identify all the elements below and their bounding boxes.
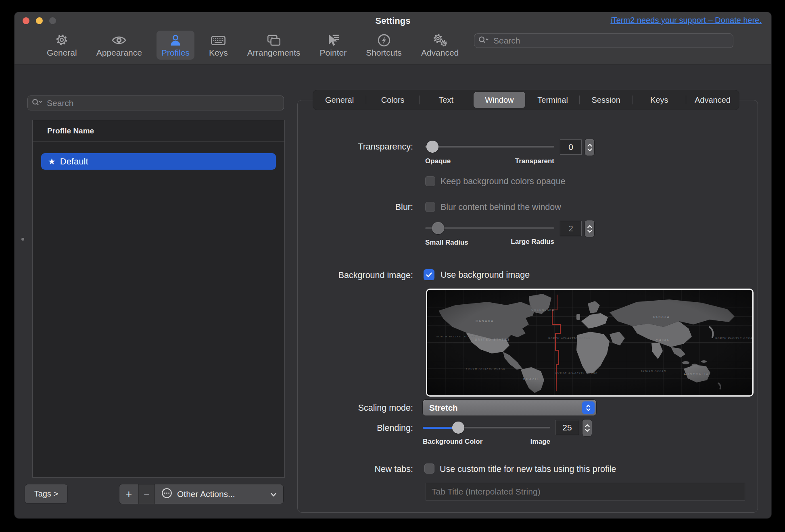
scaling-mode-value: Stretch [429,403,458,413]
tab-advanced[interactable]: Advanced [687,92,738,108]
blending-min-label: Background Color [423,438,482,446]
person-icon [169,33,182,47]
tab-session[interactable]: Session [580,92,632,108]
popup-chevrons-icon [582,401,595,414]
bolt-icon [377,33,391,47]
tab-text[interactable]: Text [420,92,472,108]
chevron-down-icon [587,230,593,233]
ellipsis-circle-icon [161,488,172,501]
background-image-preview[interactable]: CANADA UNITED STATES GREENLAND RUSSIA CH… [426,289,754,397]
blur-checkbox-label: Blur content behind the window [441,202,561,212]
custom-tab-title-label: Use custom title for new tabs using this… [440,464,616,474]
chevron-down-icon [585,429,590,432]
profile-name-column-header[interactable]: Profile Name [33,120,284,142]
blur-stepper [585,220,594,237]
toolbar-item-shortcuts[interactable]: Shortcuts [361,31,407,60]
toolbar-search [474,33,733,48]
profile-name: Default [60,156,88,167]
titlebar: Settings iTerm2 needs your support – Don… [15,12,771,65]
toolbar-item-keys[interactable]: Keys [204,31,233,60]
transparency-min-label: Opaque [425,157,451,165]
chevron-down-icon [270,489,277,499]
blending-value-field[interactable]: 25 [555,420,579,435]
gears-icon [432,33,448,47]
blur-max-label: Large Radius [510,238,554,246]
toolbar-item-advanced[interactable]: Advanced [416,31,463,60]
transparency-slider[interactable] [425,146,554,148]
custom-tab-title-checkbox[interactable] [424,463,434,474]
other-actions-label: Other Actions... [177,489,235,499]
new-tabs-label: New tabs: [254,464,413,474]
toolbar-search-input[interactable] [493,35,729,46]
add-profile-button[interactable]: + [119,484,139,504]
toolbar-item-label: General [47,48,77,57]
chevron-up-icon [585,424,590,427]
blur-value-field: 2 [560,221,582,236]
blur-min-label: Small Radius [425,239,468,247]
toolbar-item-general[interactable]: General [42,31,82,60]
toolbar-item-arrangements[interactable]: Arrangements [242,31,305,60]
blur-checkbox [425,202,435,212]
transparency-max-label: Transparent [514,157,554,165]
tab-title-field [426,483,745,501]
cursor-icon [326,33,340,47]
blending-stepper[interactable] [582,420,592,436]
tab-colors[interactable]: Colors [367,92,418,108]
blending-label: Blending: [254,423,413,433]
search-icon [478,36,489,46]
other-actions-button[interactable]: Other Actions... [155,484,283,504]
profile-tabs: General Colors Text Window Terminal Sess… [313,90,739,110]
tab-keys[interactable]: Keys [634,92,685,108]
transparency-stepper[interactable] [585,139,594,156]
toolbar-item-appearance[interactable]: Appearance [92,31,147,60]
toolbar-item-label: Profiles [161,48,190,57]
blur-radius-slider [425,227,554,229]
blur-label: Blur: [254,202,413,212]
toolbar-item-label: Shortcuts [366,48,402,57]
profile-actions-group: + − Other Actions... [119,484,283,504]
transparency-label: Transparency: [254,142,413,152]
toolbar-item-label: Keys [209,48,228,57]
tags-button[interactable]: Tags > [25,484,67,503]
splitter-handle[interactable] [21,238,24,241]
windows-icon [266,33,282,47]
transparency-value-field[interactable]: 0 [560,139,582,155]
profile-search-input[interactable] [46,98,280,108]
toolbar: General Appearance [42,31,463,60]
toolbar-item-label: Advanced [421,48,459,57]
tab-title-input[interactable] [431,486,740,497]
screenshot: Settings iTerm2 needs your support – Don… [0,0,785,532]
use-background-image-label: Use background image [441,270,530,280]
search-icon [32,98,43,108]
gear-icon [54,33,69,47]
donate-link[interactable]: iTerm2 needs your support – Donate here. [610,16,762,25]
keep-opaque-label: Keep background colors opaque [441,177,566,187]
profile-list: Profile Name ★ Default [32,120,285,478]
keyboard-icon [210,33,226,47]
settings-window: Settings iTerm2 needs your support – Don… [15,12,771,518]
scaling-mode-popup[interactable]: Stretch [423,400,596,416]
transparency-slider-knob[interactable] [426,141,438,153]
background-image-label: Background image: [254,270,413,281]
toolbar-item-label: Appearance [96,48,142,57]
tab-window[interactable]: Window [474,92,525,108]
world-map-image: CANADA UNITED STATES GREENLAND RUSSIA CH… [427,290,752,395]
blur-radius-slider-knob [432,222,444,234]
checkmark-icon [425,271,433,278]
blending-slider-knob[interactable] [452,422,464,434]
toolbar-item-pointer[interactable]: Pointer [315,31,352,60]
chevron-up-icon [587,143,593,147]
star-icon: ★ [48,157,56,166]
tab-terminal[interactable]: Terminal [527,92,578,108]
tab-general[interactable]: General [314,92,365,108]
profile-search [27,96,284,110]
blending-max-label: Image [526,438,550,446]
keep-opaque-checkbox [425,176,435,186]
toolbar-item-label: Arrangements [247,48,301,57]
toolbar-item-profiles[interactable]: Profiles [157,31,194,60]
chevron-up-icon [587,225,593,228]
scaling-mode-label: Scaling mode: [254,403,413,413]
profile-row-default[interactable]: ★ Default [41,153,276,170]
chevron-down-icon [587,148,593,152]
use-background-image-checkbox[interactable] [424,269,434,280]
